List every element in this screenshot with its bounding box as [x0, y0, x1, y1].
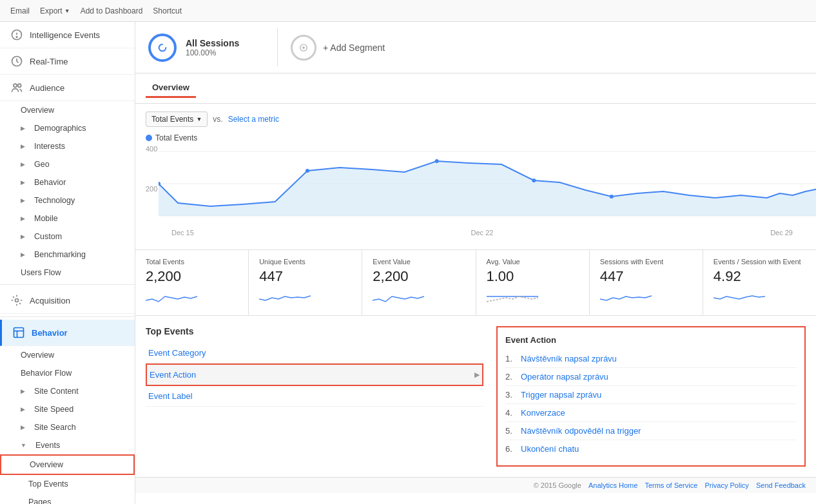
stat-label-total-events: Total Events — [146, 258, 238, 266]
stat-value-sessions-with-event: 447 — [600, 268, 692, 285]
sidebar-item-technology[interactable]: ▶Technology — [0, 191, 135, 209]
sparkline-unique-events — [259, 287, 311, 305]
svg-point-2 — [16, 37, 17, 38]
select-metric-link[interactable]: Select a metric — [228, 115, 279, 124]
event-action-item-1: 1. Návštěvník napsal zprávu — [505, 350, 797, 368]
email-button[interactable]: Email — [10, 6, 30, 15]
event-action-link-1[interactable]: Návštěvník napsal zprávu — [521, 354, 617, 363]
add-dashboard-button[interactable]: Add to Dashboard — [81, 6, 143, 15]
sparkline-sessions-with-event — [600, 287, 652, 305]
chart-x-labels: Dec 15 Dec 22 Dec 29 — [159, 229, 806, 237]
privacy-policy-link[interactable]: Privacy Policy — [704, 481, 748, 489]
event-action-item-6: 6. Ukončení chatu — [505, 440, 797, 458]
svg-point-5 — [18, 84, 21, 87]
sidebar-item-behavior-audience[interactable]: ▶Behavior — [0, 173, 135, 191]
acquisition-icon — [10, 294, 23, 307]
sparkline-events-per-session — [714, 287, 765, 305]
stat-label-events-per-session: Events / Session with Event — [714, 258, 806, 266]
event-action-arrow: ▶ — [474, 371, 480, 379]
event-label-link[interactable]: Event Label — [146, 386, 483, 407]
stat-value-avg-value: 1.00 — [487, 268, 579, 285]
segment-circle — [148, 34, 177, 62]
metric-selector: Total Events ▼ vs. Select a metric — [146, 111, 806, 127]
event-action-link-2[interactable]: Operátor napsal zprávu — [521, 372, 608, 382]
terms-service-link[interactable]: Terms of Service — [645, 481, 697, 489]
event-action-item-2: 2. Operátor napsal zprávu — [505, 368, 797, 386]
event-action-link-5[interactable]: Návštěvník odpověděl na trigger — [521, 426, 641, 436]
legend-dot — [146, 135, 152, 141]
sidebar-item-behavior-overview[interactable]: Overview — [0, 346, 135, 364]
event-action-link-4[interactable]: Konverzace — [521, 408, 565, 418]
event-category-link[interactable]: Event Category — [146, 343, 483, 363]
content-area: All Sessions 100.00% + Add Segment Overv… — [135, 22, 816, 504]
total-events-dropdown[interactable]: Total Events ▼ — [146, 111, 208, 127]
audience-label: Audience — [30, 83, 64, 93]
sidebar-item-real-time[interactable]: Real-Time — [0, 48, 135, 75]
sidebar-item-intelligence-events[interactable]: Intelligence Events — [0, 22, 135, 48]
stat-label-sessions-with-event: Sessions with Event — [600, 258, 692, 266]
stats-row: Total Events 2,200 Unique Events 447 Eve… — [135, 249, 816, 316]
event-action-item-3: 3. Trigger napsal zprávu — [505, 386, 797, 404]
send-feedback-link[interactable]: Send Feedback — [756, 481, 806, 489]
stat-value-total-events: 2,200 — [146, 268, 238, 285]
stat-value-unique-events: 447 — [259, 268, 351, 285]
y-label-200: 200 — [146, 185, 157, 193]
toolbar: Email Export ▼ Add to Dashboard Shortcut — [0, 0, 816, 22]
sidebar-item-audience[interactable]: Audience — [0, 75, 135, 101]
realtime-icon — [10, 55, 23, 68]
sidebar-item-events-overview[interactable]: Overview — [0, 454, 135, 475]
svg-point-6 — [15, 299, 19, 302]
event-action-link-3[interactable]: Trigger napsal zprávu — [521, 390, 601, 400]
sidebar-item-benchmarking[interactable]: ▶Benchmarking — [0, 246, 135, 264]
sidebar-item-site-content[interactable]: ▶Site Content — [0, 382, 135, 400]
svg-point-21 — [610, 195, 614, 199]
chart-container: 400 200 — [146, 145, 806, 242]
x-label-dec15: Dec 15 — [171, 229, 194, 237]
divider-2 — [0, 316, 135, 317]
svg-rect-7 — [14, 328, 24, 338]
analytics-home-link[interactable]: Analytics Home — [588, 481, 637, 489]
sidebar-item-behavior-flow[interactable]: Behavior Flow — [0, 364, 135, 382]
top-events-section: Top Events Event Category Event Action ▶… — [135, 316, 816, 477]
add-segment-button[interactable]: + Add Segment — [278, 22, 398, 73]
sidebar-item-geo[interactable]: ▶Geo — [0, 155, 135, 173]
event-action-link[interactable]: Event Action ▶ — [146, 363, 483, 386]
divider-1 — [0, 284, 135, 285]
sidebar-item-events[interactable]: ▼Events — [0, 436, 135, 454]
main-layout: Intelligence Events Real-Time Audience O… — [0, 22, 816, 504]
sidebar-item-audience-overview[interactable]: Overview — [0, 101, 135, 119]
export-button[interactable]: Export ▼ — [40, 6, 70, 15]
event-action-link-6[interactable]: Ukončení chatu — [521, 444, 579, 454]
audience-icon — [10, 81, 23, 94]
overview-tab-button[interactable]: Overview — [146, 79, 196, 98]
shortcut-button[interactable]: Shortcut — [153, 6, 182, 15]
sidebar: Intelligence Events Real-Time Audience O… — [0, 22, 135, 504]
stat-label-event-value: Event Value — [373, 258, 465, 266]
sidebar-item-acquisition[interactable]: Acquisition — [0, 287, 135, 314]
sidebar-item-mobile[interactable]: ▶Mobile — [0, 209, 135, 228]
stat-avg-value: Avg. Value 1.00 — [476, 250, 590, 315]
sidebar-item-site-speed[interactable]: ▶Site Speed — [0, 400, 135, 418]
stat-total-events: Total Events 2,200 — [135, 250, 249, 315]
export-dropdown-arrow: ▼ — [64, 8, 70, 14]
sidebar-item-interests[interactable]: ▶Interests — [0, 137, 135, 155]
top-events-left: Top Events Event Category Event Action ▶… — [146, 326, 483, 467]
sidebar-item-top-events[interactable]: Top Events — [0, 475, 135, 493]
sparkline-avg-value — [487, 287, 538, 305]
sidebar-item-site-search[interactable]: ▶Site Search — [0, 418, 135, 436]
svg-point-19 — [435, 159, 439, 163]
overview-tab-bar: Overview — [135, 73, 816, 104]
sidebar-item-demographics[interactable]: ▶Demographics — [0, 119, 135, 137]
sidebar-item-behavior[interactable]: Behavior — [0, 320, 135, 346]
sidebar-item-custom[interactable]: ▶Custom — [0, 228, 135, 246]
sidebar-item-users-flow[interactable]: Users Flow — [0, 264, 135, 282]
sidebar-item-pages[interactable]: Pages — [0, 493, 135, 504]
segments-bar: All Sessions 100.00% + Add Segment — [135, 22, 816, 73]
stat-value-event-value: 2,200 — [373, 268, 465, 285]
x-label-dec29: Dec 29 — [770, 229, 793, 237]
event-action-panel: Event Action 1. Návštěvník napsal zprávu… — [496, 326, 806, 467]
add-segment-circle — [291, 35, 316, 61]
all-sessions-segment: All Sessions 100.00% — [135, 22, 277, 73]
event-action-item-5: 5. Návštěvník odpověděl na trigger — [505, 422, 797, 440]
sparkline-total-events — [146, 287, 197, 305]
